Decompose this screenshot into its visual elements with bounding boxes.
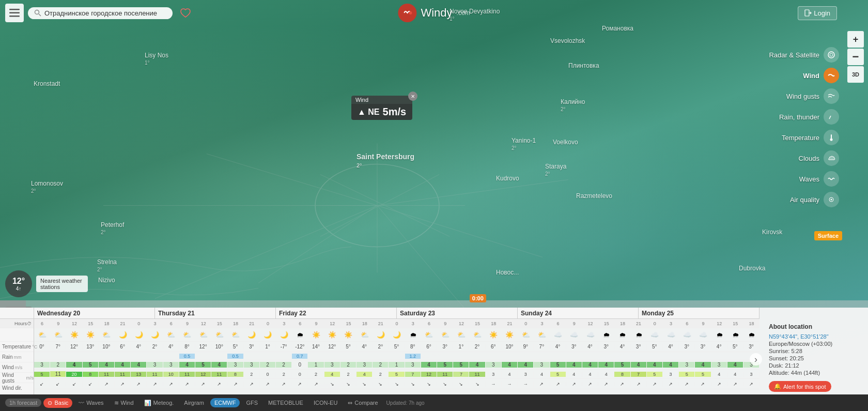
wind-gusts-label: Wind gusts m/s [0,373,34,383]
logo-icon [398,4,416,22]
temperature-row: 0°7°12°13°10°6° 4°2°4°8°12°10°5°3° 1°-7°… [34,342,760,352]
svg-rect-18 [805,10,809,16]
timeline-progress [0,300,26,308]
svg-rect-14 [9,16,20,17]
layer-menu: Radar & Satellite Wind Wind gusts Rain, … [766,45,842,209]
close-popup-btn[interactable]: ✕ [408,92,417,101]
wind-speed: 5m/s [383,106,407,118]
wind-direction: ▲ NE [358,108,380,117]
wind-dir-label: Wind dir. [0,383,34,393]
day-saturday: Saturday 23 [397,308,518,318]
svg-line-9 [377,206,465,309]
clouds-icon [824,150,839,166]
svg-line-7 [377,180,568,206]
next-arrow-button[interactable]: › [750,353,762,366]
wind-label-row: Wind m/s [0,362,34,373]
air-quality-layer[interactable]: Air quality [766,190,842,209]
zoom-in-button[interactable]: + [847,31,864,48]
wind-layer[interactable]: Wind [766,66,842,85]
temperature-circle: 12° 4↑ [5,270,32,297]
wind-row: 324544 43345433 22013232 13455434 435444… [34,360,760,370]
svg-line-8 [377,206,542,257]
timeline-scrubber[interactable]: 0:00 [0,300,868,308]
airgram-button[interactable]: Airgram [180,398,208,407]
menu-button[interactable] [5,4,24,22]
waves-icon [824,171,839,187]
search-bar [28,7,173,19]
radar-satellite-layer[interactable]: Radar & Satellite [766,45,842,64]
zoom-panel: + − 3D [847,31,864,83]
bottom-toolbar: 1h forecast ⊙ Basic 〰 Waves ≋ Wind 📊 Met… [0,394,868,411]
meteoblue-button[interactable]: METEOBLUE [264,398,307,407]
weather-label [0,328,34,342]
svg-line-11 [155,206,377,299]
svg-point-19 [828,52,834,58]
svg-line-5 [207,154,377,206]
svg-point-24 [831,199,832,201]
forecast-days-header: Wednesday 20 Thursday 21 Friday 22 Satur… [0,308,760,319]
basic-button[interactable]: ⊙ Basic [43,398,72,408]
login-icon [804,9,812,17]
logo: Windy .com [398,4,470,22]
rain-row: 0.50.5 0.7 1.2 [34,352,760,360]
3d-button[interactable]: 3D [847,66,864,83]
hours-label: Hours ⏱ [0,319,34,328]
updated-text: Updated: 7h ago [386,400,425,406]
wind-tb-button[interactable]: ≋ Wind [110,398,138,408]
alert-icon: 🔔 [774,383,781,390]
wind-popup: Wind ▲ NE 5m/s ✕ [351,96,412,120]
day-sunday: Sunday 24 [518,308,639,318]
row-labels-column: Hours ⏱ Temperature °C Rain mm Wind m/s … [0,319,34,394]
surface-badge[interactable]: Surface [814,231,842,240]
svg-point-17 [409,11,412,14]
gfs-button[interactable]: GFS [242,398,262,407]
forecast-body: Wednesday 20 Thursday 21 Friday 22 Satur… [0,308,760,394]
day-thursday: Thursday 21 [155,308,276,318]
icon-eu-button[interactable]: ICON-EU [309,398,342,407]
svg-rect-12 [9,9,20,10]
compare-icon: ⇔ [348,400,352,406]
data-grid: 6912151821 036912151821 036912151821 036… [34,319,760,394]
wind-direction-row: ↙↙↙↙↗↗ ↗↗↗↗↗↗↗↗ ↗↗↗↗↘↘↘↘ ↘↘↘↘↘↘→→ →↗↗↗↗↗… [34,379,760,389]
alert-button[interactable]: 🔔 Alert for this spot [769,381,831,392]
favorite-button[interactable] [177,4,194,22]
basic-icon: ⊙ [48,400,52,406]
weather-icons-row: ⛅⛅☀️☀️⛅🌙 🌙🌙⛅⛅⛅⛅⛅🌙 🌙🌙🌧☀️☀️☀️⛅🌙 🌙🌧⛅⛅⛅⛅☀️☀️… [34,328,760,342]
login-button[interactable]: Login [798,6,837,20]
zoom-out-button[interactable]: − [847,49,864,65]
radar-satellite-icon [824,47,839,63]
search-icon [34,9,41,17]
rain-label: Rain mm [0,352,34,362]
temperature-layer[interactable]: Temperature [766,128,842,147]
wind-popup-value: ▲ NE 5m/s [351,104,412,120]
day-monday: Monday 25 [639,308,760,318]
svg-point-15 [35,10,39,14]
bottom-panel: Wednesday 20 Thursday 21 Friday 22 Satur… [0,308,868,411]
waves-layer[interactable]: Waves [766,170,842,188]
logo-text: Windy [421,6,452,20]
temp-label: Temperature °C [0,342,34,352]
air-quality-icon [824,192,839,207]
svg-point-22 [830,139,833,141]
wind-popup-label: Wind [351,96,412,104]
clouds-layer[interactable]: Clouds [766,149,842,168]
temperature-icon [824,130,839,145]
day-friday: Friday 22 [276,308,397,318]
waves-tb-icon: 〰 [79,400,84,406]
wind-gusts-row: 5112081111 13111011121182 02024242 57121… [34,370,760,379]
wind-gusts-layer[interactable]: Wind gusts [766,87,842,105]
wind-icon [824,68,839,83]
station-label: Nearest weather stations [36,276,88,292]
time-badge: 0:00 [470,294,486,302]
ecmwf-button[interactable]: ECMWF [210,398,240,407]
weather-station-widget[interactable]: 12° 4↑ Nearest weather stations [5,270,88,297]
meteog-button[interactable]: 📊 Meteog. [140,398,178,408]
hours-row: 6912151821 036912151821 036912151821 036… [34,319,760,328]
search-input[interactable] [44,9,163,17]
compare-button[interactable]: ⇔ Compare [344,398,382,408]
forecast-label: 1h forecast [5,399,41,407]
svg-rect-21 [831,134,832,139]
day-wednesday: Wednesday 20 [34,308,155,318]
rain-thunder-layer[interactable]: Rain, thunder [766,108,842,126]
waves-button[interactable]: 〰 Waves [74,398,107,407]
